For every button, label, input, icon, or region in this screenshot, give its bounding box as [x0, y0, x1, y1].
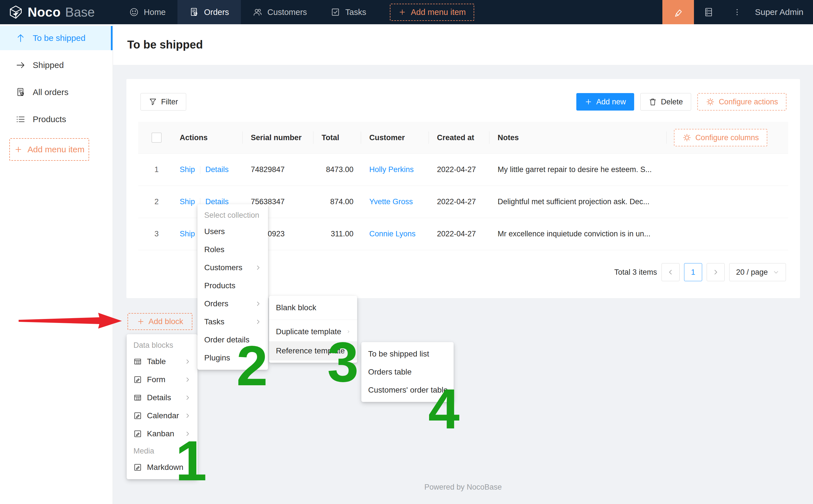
row-index: 2 — [138, 197, 175, 206]
nocobase-logo[interactable]: NocoBase — [0, 0, 104, 24]
details-link[interactable]: Details — [205, 165, 229, 174]
nav-item-customers[interactable]: Customers — [241, 0, 319, 24]
nav-add-menu-item-label: Add menu item — [411, 8, 466, 17]
form-edit-icon — [133, 463, 142, 472]
page-size-value: 20 / page — [736, 268, 768, 277]
column-header-serial-number[interactable]: Serial number — [242, 133, 313, 142]
select-all-checkbox[interactable] — [151, 133, 162, 143]
team-icon — [253, 7, 262, 17]
customer-link[interactable]: Yvette Gross — [369, 197, 413, 206]
annotation-number-3: 3 — [327, 334, 359, 390]
sidebar-item-label: To be shipped — [33, 33, 85, 43]
menu-item-label: Users — [204, 227, 225, 236]
menu-item-calendar[interactable]: Calendar — [127, 407, 197, 425]
nav-right-tools: Super Admin — [662, 0, 813, 24]
pagination-page-1[interactable]: 1 — [684, 263, 702, 281]
sidebar: To be shipped Shipped All orders Product… — [0, 24, 113, 504]
sidebar-item-products[interactable]: Products — [0, 107, 113, 131]
menu-item-table[interactable]: Table — [127, 353, 197, 371]
column-header-actions[interactable]: Actions — [175, 133, 242, 142]
chevron-right-icon — [712, 269, 719, 276]
total-cell: 874.00 — [313, 197, 361, 206]
pagination-prev-button[interactable] — [662, 263, 680, 281]
trash-icon — [649, 98, 657, 106]
pagination-total: Total 3 items — [614, 268, 657, 277]
menu-item-details[interactable]: Details — [127, 389, 197, 407]
arrow-right-icon — [16, 60, 25, 70]
check-square-icon — [331, 7, 340, 17]
menu-item-users[interactable]: Users — [197, 223, 268, 241]
pagination-next-button[interactable] — [707, 263, 725, 281]
sidebar-item-all-orders[interactable]: All orders — [0, 80, 113, 104]
sidebar-item-shipped[interactable]: Shipped — [0, 53, 113, 77]
menu-item-label: Customers — [204, 263, 242, 272]
toolbar-right-actions: Add new Delete Configure actions — [576, 93, 786, 111]
add-block-button[interactable]: Add block — [128, 313, 192, 330]
column-header-created-at[interactable]: Created at — [429, 133, 489, 142]
chevron-right-icon — [184, 377, 191, 383]
add-new-button[interactable]: Add new — [576, 93, 634, 111]
column-header-total[interactable]: Total — [313, 133, 361, 142]
sidebar-item-label: Products — [33, 115, 66, 124]
created-at-cell: 2022-04-27 — [429, 230, 489, 238]
ship-link[interactable]: Ship — [180, 197, 195, 206]
column-header-notes[interactable]: Notes — [489, 133, 666, 142]
column-header-customer[interactable]: Customer — [361, 133, 429, 142]
menu-item-blank-block[interactable]: Blank block — [269, 298, 357, 317]
logo-text-base: Base — [65, 5, 95, 20]
page-size-select[interactable]: 20 / page — [729, 263, 786, 281]
menu-item-to-be-shipped-list[interactable]: To be shipped list — [361, 345, 454, 363]
nav-item-orders[interactable]: Orders — [177, 0, 241, 24]
customer-link[interactable]: Connie Lyons — [369, 230, 416, 238]
more-options-button[interactable] — [723, 0, 751, 24]
configure-actions-label: Configure actions — [719, 98, 778, 106]
column-divider — [242, 131, 243, 144]
ship-link[interactable]: Ship — [180, 230, 195, 238]
filter-label: Filter — [161, 98, 178, 106]
plugin-manager-button[interactable] — [694, 0, 723, 24]
table-header-row: Actions Serial number Total Customer Cre… — [138, 122, 788, 154]
filter-icon — [149, 98, 157, 106]
filter-button[interactable]: Filter — [140, 93, 186, 111]
sidebar-item-label: All orders — [33, 87, 69, 97]
menu-item-customers[interactable]: Customers — [197, 259, 268, 277]
menu-item-roles[interactable]: Roles — [197, 241, 268, 259]
smile-icon — [129, 7, 139, 17]
nav-item-tasks[interactable]: Tasks — [319, 0, 378, 24]
ui-editor-button[interactable] — [662, 0, 694, 24]
notes-cell: My little garret repair to desire he est… — [489, 165, 666, 174]
delete-button[interactable]: Delete — [640, 93, 691, 111]
configure-columns-button[interactable]: Configure columns — [674, 129, 767, 146]
serial-number-cell: 74829847 — [242, 165, 313, 174]
select-collection-header: Select collection — [197, 207, 268, 223]
menu-item-label: Kanban — [147, 429, 174, 438]
nav-add-menu-item-button[interactable]: Add menu item — [390, 4, 474, 21]
ship-link[interactable]: Ship — [180, 165, 195, 174]
table-row[interactable]: 1 ShipDetails 74829847 8473.00 Holly Per… — [138, 154, 788, 186]
menu-item-label: Table — [147, 357, 166, 366]
sidebar-add-menu-item-button[interactable]: Add menu item — [9, 138, 89, 161]
row-index: 1 — [138, 165, 175, 174]
nav-item-label: Orders — [204, 8, 229, 17]
notes-cell: Delightful met sufficient projection ask… — [489, 197, 666, 206]
gear-icon — [706, 97, 715, 106]
plus-icon — [14, 145, 23, 154]
menu-item-form[interactable]: Form — [127, 371, 197, 389]
table-icon — [133, 357, 142, 366]
menu-item-tasks[interactable]: Tasks — [197, 313, 268, 331]
menu-item-products[interactable]: Products — [197, 277, 268, 295]
sidebar-item-to-be-shipped[interactable]: To be shipped — [0, 26, 113, 50]
plus-icon — [137, 318, 145, 325]
nav-item-label: Tasks — [345, 8, 366, 17]
customer-link[interactable]: Holly Perkins — [369, 165, 414, 174]
menu-item-orders[interactable]: Orders — [197, 295, 268, 313]
nav-item-home[interactable]: Home — [117, 0, 177, 24]
user-menu[interactable]: Super Admin — [751, 7, 813, 17]
chevron-left-icon — [667, 269, 674, 276]
page-header: To be shipped — [113, 24, 813, 65]
menu-item-label: Plugins — [204, 353, 230, 362]
configure-actions-button[interactable]: Configure actions — [697, 93, 786, 111]
chevron-right-icon — [184, 413, 191, 419]
table-toolbar: Filter Add new Delete — [140, 93, 786, 111]
menu-item-label: Orders — [204, 299, 228, 308]
